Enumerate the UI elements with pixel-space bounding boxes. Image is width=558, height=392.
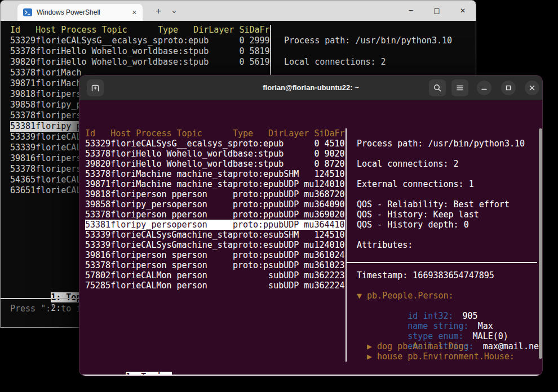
tree-field-email: email string:max@mail.net (367, 331, 543, 341)
field-value: max@mail.net (483, 341, 543, 351)
window-controls: ─ □ ✕ (398, 1, 476, 21)
desktop-background: Windows PowerShell ✕ + ⌄ ─ □ ✕ Id Host P… (0, 0, 558, 392)
table-row[interactable]: 39858floripy_persoperson proto:ppubUDP m… (85, 199, 345, 210)
table-row[interactable]: 53378floriMachine machine_staproto:epubS… (85, 169, 345, 179)
tab-dropdown-icon[interactable]: ⌄ (167, 3, 181, 17)
status-hint: Press ":" to i (10, 304, 81, 314)
maximize-button[interactable]: □ (424, 1, 450, 21)
tree-field-name: name string:Max (367, 311, 493, 321)
qos-history-line: QOS - History: Keep last (357, 210, 479, 220)
hamburger-menu-icon (455, 83, 464, 92)
close-button[interactable] (525, 81, 539, 95)
status-divider (79, 375, 542, 376)
minimize-icon (481, 84, 488, 91)
tree-field-stype: stype enum:MALE(0) (367, 321, 508, 331)
menu-button[interactable] (451, 79, 468, 96)
tree-node-dog-collapsed[interactable]: ▶ dog pb.Animal.Dog: (367, 341, 469, 351)
minimize-button[interactable] (477, 81, 491, 95)
window-title: florian@florian-ubuntu22: ~ (79, 75, 542, 100)
table-row[interactable]: 39871floriMachine machine_staproto:epubU… (85, 179, 345, 189)
search-button[interactable] (429, 79, 446, 96)
pane-divider (346, 128, 347, 362)
terminal-window: florian@florian-ubuntu22: ~ (79, 75, 543, 376)
qos-reliability-line: QOS - Reliability: Best effort (357, 199, 510, 210)
minimize-button[interactable]: ─ (398, 1, 424, 21)
table-row[interactable]: 53378floriHello Wohello_worldbase:stpub … (10, 46, 270, 57)
powershell-titlebar[interactable]: Windows PowerShell ✕ + ⌄ ─ □ ✕ (1, 1, 476, 21)
qos-history-depth-line: QOS - History depth: 0 (357, 220, 469, 230)
table-row[interactable]: 57802florieCALMon person subUDP mu362223 (85, 270, 345, 280)
table-header: Id Host Process Topic Type DirLayer SiDa… (85, 128, 345, 139)
tree-node-house-collapsed[interactable]: ▶ house pb.Environment.House: (367, 351, 515, 362)
powershell-tab[interactable]: Windows PowerShell ✕ (17, 4, 143, 21)
table-row-selected[interactable]: 53381floripy_persoperson proto:ppubUDP m… (85, 220, 345, 230)
new-tab-button[interactable]: + (152, 5, 165, 18)
search-icon (433, 83, 442, 92)
table-row[interactable]: 53339florieCALSysGmachine_staproto:esubS… (85, 230, 345, 240)
terminal-titlebar[interactable]: florian@florian-ubuntu22: ~ (79, 75, 542, 100)
timestamp-line: Timestamp: 1669383654747895 (357, 270, 494, 280)
process-path-line: Process path: /usr/bin/python3.10 (357, 139, 525, 149)
local-connections-line: Local connections: 2 (357, 159, 459, 169)
table-row[interactable]: 53378floriHello Wohello_worldbase:stpub … (85, 149, 345, 159)
new-tab-icon (90, 83, 100, 93)
topics-table: Id Host Process Topic Type DirLayer SiDa… (85, 128, 345, 291)
close-icon (529, 84, 535, 91)
powershell-tab-title: Windows PowerShell (37, 8, 127, 16)
table-row[interactable]: 53378floriperson sperson proto:psubUDP m… (85, 260, 345, 270)
process-path-line: Process path: /usr/bin/python3.10 (284, 35, 452, 46)
table-row[interactable]: 39820floriHello Wohello_worldbase:stpub … (85, 159, 345, 169)
table-row[interactable]: 39816floriperson sperson proto:psubUDP m… (85, 250, 345, 260)
tree-field-id: id int32:905 (367, 301, 478, 311)
table-row[interactable]: 53329florieCALSysG__ecalsys_sproto:epub … (10, 35, 270, 46)
external-connections-line: External connections: 1 (357, 179, 474, 189)
detail-section-divider (346, 262, 537, 263)
table-row[interactable]: 53329florieCALSysG__ecalsys_sproto:epub … (85, 139, 345, 149)
table-row[interactable]: 39818floriperson pperson proto:ppubUDP m… (85, 189, 345, 199)
maximize-icon (505, 84, 512, 91)
table-row[interactable]: 39820floriHello Wohello_worldbase:stpub … (10, 57, 270, 68)
maximize-button[interactable] (501, 81, 516, 95)
local-connections-line: Local connections: 2 (284, 57, 386, 68)
close-button[interactable]: ✕ (450, 1, 476, 21)
attributes-line: Attributes: (357, 240, 413, 250)
scrollbar[interactable] (539, 128, 542, 359)
tab-close-icon[interactable]: ✕ (132, 9, 137, 16)
table-row[interactable]: 75285florieCALMon person subUDP mu362224 (85, 280, 345, 291)
terminal-content: Id Host Process Topic Type DirLayer SiDa… (79, 100, 542, 376)
table-row[interactable]: 53378floriperson pperson proto:ppubUDP m… (85, 210, 345, 220)
tui-tab-bar: 1: Topics 2: Services 3: Hosts 4: Proces… (85, 362, 240, 372)
tree-root-expanded[interactable]: ▼ pb.People.Person: (357, 291, 454, 301)
table-row[interactable]: 53339florieCALSysGmachine_staproto:esubU… (85, 240, 345, 250)
table-header: Id Host Process Topic Type DirLayer SiDa… (10, 25, 270, 35)
new-tab-button[interactable] (87, 79, 104, 96)
powershell-icon (23, 8, 32, 17)
